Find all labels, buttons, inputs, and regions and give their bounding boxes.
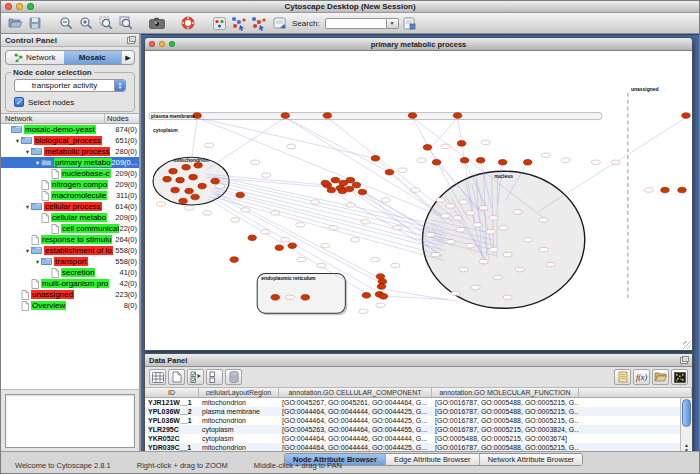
cell[interactable]: cytoplasm (199, 434, 279, 443)
cell[interactable]: [GO:0016787, GO:0005488, GO:0005215, G..… (432, 407, 579, 416)
cell[interactable]: [GO:0045267, GO:0045261, GO:0044464, G..… (279, 398, 432, 407)
gene-node (329, 226, 338, 230)
tab-mosaic[interactable]: Mosaic (64, 51, 122, 64)
annotation-import-icon[interactable] (270, 15, 288, 32)
network-canvas[interactable]: plasma membranecytoplasmmitochondrionnuc… (145, 51, 692, 350)
network-graph[interactable]: plasma membranecytoplasmmitochondrionnuc… (145, 51, 692, 350)
tree-expander-icon[interactable]: ▼ (34, 259, 41, 265)
tree-expander-icon[interactable]: ▼ (14, 138, 21, 144)
tree-row-cellular-metabo[interactable]: cellular metabo209(0) (1, 212, 139, 223)
select-attributes-icon[interactable] (187, 369, 204, 385)
search-label: Search: (292, 19, 320, 28)
save-session-icon[interactable] (26, 15, 44, 32)
tree-row-establishment-of-lo[interactable]: ▼establishment of lo558(0) (1, 245, 139, 256)
tree-row-mosaic-demo-yeast[interactable]: mosaic-demo-yeast874(0) (1, 124, 139, 135)
float-data-panel-icon[interactable] (680, 357, 688, 364)
cell[interactable]: YPL036W__2 (145, 407, 199, 416)
combo-stepper-icon[interactable]: ▲▼ (114, 79, 125, 92)
cell[interactable]: [GO:0044464, GO:0044444, GO:0044425, G..… (279, 407, 432, 416)
tree-row-response-to-stimulu[interactable]: response to stimulu264(0) (1, 234, 139, 245)
new-network-from-selected-edges-icon[interactable] (250, 15, 268, 32)
gene-node (311, 200, 320, 204)
tree-row-unassigned[interactable]: unassigned223(0) (1, 289, 139, 300)
tree-row-primary-metabo[interactable]: ▼primary metabo209(0... (1, 157, 139, 168)
table-row-YPL036W__1[interactable]: YPL036W__1mitochondrion[GO:0044464, GO:0… (145, 416, 692, 425)
tree-row-secretion[interactable]: secretion41(0) (1, 267, 139, 278)
tree-row-nucleobase-c[interactable]: nucleobase-c209(0) (1, 168, 139, 179)
tree-row-cell-communicat[interactable]: cell communicat22(0) (1, 223, 139, 234)
open-file-icon[interactable] (6, 15, 24, 32)
cell[interactable]: plasma membrane (199, 407, 279, 416)
search-configure-icon[interactable] (401, 15, 419, 32)
data-panel-titlebar[interactable]: Data Panel (145, 354, 692, 367)
help-lifebuoy-icon[interactable] (179, 15, 197, 32)
select-nodes-checkbox[interactable]: ✓ (14, 97, 24, 107)
new-network-from-selected-nodes-icon[interactable] (230, 15, 248, 32)
zoom-fit-icon[interactable] (117, 15, 135, 32)
tree-row-biological-process[interactable]: ▼biological_process651(0) (1, 135, 139, 146)
formula-fx-icon[interactable]: f(x) (633, 369, 650, 385)
tree-expander-icon[interactable]: ▼ (24, 204, 31, 210)
tree-row-overview[interactable]: Overview8(0) (1, 300, 139, 311)
column-header-1[interactable]: cellularLayoutRegion (199, 388, 279, 397)
cell[interactable]: [GO:0045263, GO:0044464, GO:0044455, G..… (279, 425, 432, 434)
tree-row-macromolecule[interactable]: macromolecule311(0) (1, 190, 139, 201)
notes-icon[interactable] (614, 369, 631, 385)
vizmapper-icon[interactable] (210, 15, 228, 32)
column-network[interactable]: Network (1, 114, 105, 123)
table-scrollbar[interactable]: ▲▼ (680, 398, 692, 453)
cell[interactable]: mitochondrion (199, 416, 279, 425)
node-color-combo[interactable]: transporter activity ▲▼ (14, 79, 126, 92)
cell[interactable]: mitochondrion (199, 398, 279, 407)
cell[interactable]: [GO:0016787, GO:0005215, GO:0003824, G..… (432, 425, 579, 434)
attribute-matrix-icon[interactable] (671, 369, 688, 385)
bottom-bar: Node Attribute BrowserEdge Attribute Bro… (1, 451, 699, 473)
new-attribute-icon[interactable] (168, 369, 185, 385)
resize-grip[interactable] (683, 341, 691, 349)
tab-network[interactable]: Network (6, 51, 64, 64)
table-row-YKR052C[interactable]: YKR052Ccytoplasm[GO:0044464, GO:0044446,… (145, 434, 692, 443)
delete-attribute-icon[interactable] (225, 369, 242, 385)
cell[interactable]: YLR295C (145, 425, 199, 434)
cell[interactable]: [GO:0005488, GO:0005215, GO:0003674] (432, 434, 579, 443)
column-header-2[interactable]: annotation.GO CELLULAR_COMPONENT (279, 388, 432, 397)
table-row-YLR295C[interactable]: YLR295Ccytoplasm[GO:0045263, GO:0044464,… (145, 425, 692, 434)
tab-edge-attribute-browser[interactable]: Edge Attribute Browser (386, 454, 480, 465)
float-panel-icon[interactable] (127, 37, 135, 44)
table-row-YPL036W__2[interactable]: YPL036W__2plasma membrane[GO:0044464, GO… (145, 407, 692, 416)
column-header-3[interactable]: annotation.GO MOLECULAR_FUNCTION (432, 388, 579, 397)
tab-network-attribute-browser[interactable]: Network Attribute Browser (480, 454, 583, 465)
snapshot-camera-icon[interactable] (148, 15, 166, 32)
cell[interactable]: [GO:0044464, GO:0044444, GO:0044425, G..… (279, 416, 432, 425)
tree-row-transport[interactable]: ▼transport558(0) (1, 256, 139, 267)
cell[interactable]: YPL036W__1 (145, 416, 199, 425)
import-attributes-icon[interactable] (652, 369, 669, 385)
zoom-out-icon[interactable] (57, 15, 75, 32)
table-scrollbar-thumb[interactable] (682, 399, 691, 427)
column-nodes[interactable]: Nodes (105, 114, 139, 123)
tree-row-nitrogen-compo[interactable]: nitrogen compo209(0) (1, 179, 139, 190)
cell[interactable]: [GO:0044464, GO:0044446, GO:0044444, G..… (279, 434, 432, 443)
cell[interactable]: [GO:0016787, GO:0005488, GO:0005215, G..… (432, 398, 579, 407)
zoom-in-icon[interactable] (77, 15, 95, 32)
table-row-YJR121W__1[interactable]: YJR121W__1mitochondrion[GO:0045267, GO:0… (145, 398, 692, 407)
cell[interactable]: YKR052C (145, 434, 199, 443)
network-window-titlebar[interactable]: primary metabolic process (145, 38, 692, 51)
search-dropdown-arrow-icon[interactable]: ▼ (387, 18, 399, 29)
cell[interactable]: [GO:0016787, GO:0005488, GO:0005215, G..… (432, 416, 579, 425)
cell[interactable]: cytoplasm (199, 425, 279, 434)
more-tabs-arrow-icon[interactable]: ▶ (121, 51, 134, 64)
unselect-attributes-icon[interactable] (206, 369, 223, 385)
tree-expander-icon[interactable]: ▼ (34, 160, 41, 166)
column-header-id[interactable]: ID (145, 388, 199, 397)
birdseye-view-panel[interactable] (5, 394, 135, 448)
attribute-grid-icon[interactable] (149, 369, 166, 385)
cell[interactable]: YJR121W__1 (145, 398, 199, 407)
tree-expander-icon[interactable]: ▼ (24, 149, 31, 155)
zoom-selected-icon[interactable] (97, 15, 115, 32)
tree-row-cellular-process[interactable]: ▼cellular process614(0) (1, 201, 139, 212)
tree-row-multi-organism-pro[interactable]: multi-organism pro42(0) (1, 278, 139, 289)
tree-expander-icon[interactable]: ▼ (24, 248, 31, 254)
tree-row-metabolic-process[interactable]: ▼metabolic process280(0) (1, 146, 139, 157)
search-input[interactable] (325, 18, 387, 29)
